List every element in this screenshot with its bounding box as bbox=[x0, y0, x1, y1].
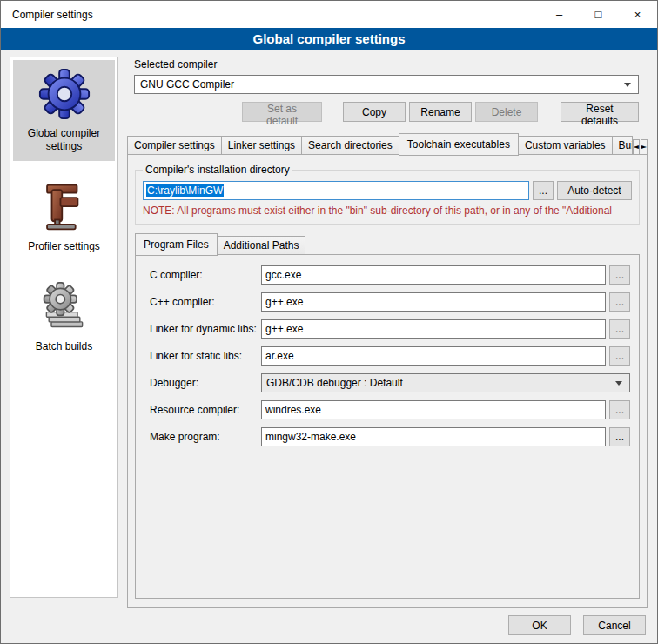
tab-compiler-settings[interactable]: Compiler settings bbox=[127, 136, 222, 155]
tab-linker-settings[interactable]: Linker settings bbox=[221, 136, 302, 155]
linker-dynamic-row: Linker for dynamic libs: ... bbox=[150, 319, 630, 339]
cpp-compiler-input[interactable] bbox=[261, 292, 606, 312]
resource-compiler-browse-button[interactable]: ... bbox=[609, 400, 630, 419]
make-program-browse-button[interactable]: ... bbox=[609, 427, 630, 446]
tab-custom-variables[interactable]: Custom variables bbox=[518, 136, 613, 155]
make-program-label: Make program: bbox=[150, 431, 261, 443]
install-dir-browse-button[interactable]: ... bbox=[533, 181, 554, 200]
installation-directory-legend: Compiler's installation directory bbox=[143, 164, 292, 176]
gray-gear-stack-icon bbox=[37, 279, 92, 335]
selected-compiler-label: Selected compiler bbox=[134, 58, 648, 70]
compiler-buttons-row: Set as default Copy Rename Delete Reset … bbox=[134, 102, 639, 122]
program-files-tabbar: Program Files Additional Paths bbox=[135, 233, 640, 255]
tab-scroll-right-icon[interactable]: ► bbox=[641, 139, 648, 155]
c-compiler-label: C compiler: bbox=[150, 269, 261, 281]
sidebar-item-label: Profiler settings bbox=[28, 240, 100, 253]
make-program-row: Make program: ... bbox=[150, 427, 630, 446]
autodetect-button[interactable]: Auto-detect bbox=[557, 181, 632, 200]
dialog-footer: OK Cancel bbox=[1, 608, 657, 643]
linker-dynamic-browse-button[interactable]: ... bbox=[609, 319, 630, 339]
debugger-select[interactable]: GDB/CDB debugger : Default bbox=[261, 373, 630, 392]
titlebar: Compiler settings – □ × bbox=[1, 1, 657, 28]
sidebar-item-profiler-settings[interactable]: Profiler settings bbox=[13, 173, 115, 261]
installation-directory-row: C:\raylib\MinGW ... Auto-detect bbox=[143, 181, 632, 200]
resource-compiler-input[interactable] bbox=[261, 400, 606, 419]
tab-toolchain-executables[interactable]: Toolchain executables bbox=[399, 133, 519, 156]
chevron-down-icon bbox=[612, 381, 626, 386]
tab-build-options[interactable]: Build bbox=[612, 136, 633, 155]
linker-static-browse-button[interactable]: ... bbox=[609, 346, 630, 366]
compiler-settings-dialog: Compiler settings – □ × Global compiler … bbox=[0, 0, 658, 644]
installation-directory-group: Compiler's installation directory C:\ray… bbox=[135, 164, 640, 225]
cpp-compiler-browse-button[interactable]: ... bbox=[609, 292, 630, 312]
tab-search-directories[interactable]: Search directories bbox=[301, 136, 400, 155]
linker-dynamic-label: Linker for dynamic libs: bbox=[150, 323, 261, 335]
cancel-button[interactable]: Cancel bbox=[583, 615, 646, 635]
tab-scroll-left-icon[interactable]: ◄ bbox=[633, 139, 640, 155]
install-dir-input[interactable]: C:\raylib\MinGW bbox=[143, 181, 529, 200]
selected-compiler-value: GNU GCC Compiler bbox=[140, 78, 234, 91]
sidebar-item-label: Global compiler settings bbox=[15, 127, 113, 153]
sidebar-item-label: Batch builds bbox=[36, 340, 92, 353]
toolchain-executables-panel: Compiler's installation directory C:\ray… bbox=[127, 154, 648, 608]
selected-compiler-combobox[interactable]: GNU GCC Compiler bbox=[134, 75, 639, 94]
linker-static-row: Linker for static libs: ... bbox=[150, 346, 630, 366]
cpp-compiler-label: C++ compiler: bbox=[150, 296, 261, 308]
subtab-program-files[interactable]: Program Files bbox=[135, 233, 218, 256]
main-panel: Selected compiler GNU GCC Compiler Set a… bbox=[127, 57, 648, 608]
rename-button[interactable]: Rename bbox=[409, 102, 472, 122]
chevron-down-icon bbox=[621, 83, 634, 87]
install-dir-selected-text: C:\raylib\MinGW bbox=[146, 184, 224, 197]
sidebar-item-batch-builds[interactable]: Batch builds bbox=[13, 273, 115, 361]
dialog-header: Global compiler settings bbox=[1, 28, 657, 50]
close-button[interactable]: × bbox=[618, 1, 657, 28]
profiler-tool-icon bbox=[37, 179, 92, 235]
settings-tabbar: Compiler settings Linker settings Search… bbox=[127, 133, 648, 155]
delete-button[interactable]: Delete bbox=[475, 102, 538, 122]
resource-compiler-label: Resource compiler: bbox=[150, 404, 261, 416]
linker-static-label: Linker for static libs: bbox=[150, 350, 261, 362]
debugger-row: Debugger: GDB/CDB debugger : Default bbox=[150, 373, 630, 392]
maximize-button[interactable]: □ bbox=[579, 1, 618, 28]
set-as-default-button[interactable]: Set as default bbox=[242, 102, 322, 122]
minimize-button[interactable]: – bbox=[540, 1, 579, 28]
bin-subdirectory-note: NOTE: All programs must exist either in … bbox=[143, 205, 632, 217]
blue-gear-icon bbox=[37, 66, 92, 122]
subtab-additional-paths[interactable]: Additional Paths bbox=[217, 236, 306, 255]
debugger-label: Debugger: bbox=[150, 377, 261, 389]
make-program-input[interactable] bbox=[261, 427, 606, 446]
debugger-select-value: GDB/CDB debugger : Default bbox=[266, 377, 403, 389]
settings-sidebar: Global compiler settings bbox=[10, 57, 118, 598]
linker-dynamic-input[interactable] bbox=[261, 319, 606, 339]
copy-button[interactable]: Copy bbox=[343, 102, 406, 122]
cpp-compiler-row: C++ compiler: ... bbox=[150, 292, 630, 312]
c-compiler-browse-button[interactable]: ... bbox=[609, 265, 630, 285]
reset-defaults-button[interactable]: Reset defaults bbox=[561, 102, 639, 122]
sidebar-item-global-compiler-settings[interactable]: Global compiler settings bbox=[13, 60, 115, 161]
program-files-panel: C compiler: ... C++ compiler: ... Linker… bbox=[135, 254, 640, 599]
ok-button[interactable]: OK bbox=[508, 615, 571, 635]
c-compiler-input[interactable] bbox=[261, 265, 606, 285]
window-title: Compiler settings bbox=[12, 9, 93, 21]
c-compiler-row: C compiler: ... bbox=[150, 265, 630, 285]
dialog-body: Global compiler settings bbox=[1, 50, 657, 608]
linker-static-input[interactable] bbox=[261, 346, 606, 366]
resource-compiler-row: Resource compiler: ... bbox=[150, 400, 630, 419]
window-controls: – □ × bbox=[540, 1, 657, 28]
